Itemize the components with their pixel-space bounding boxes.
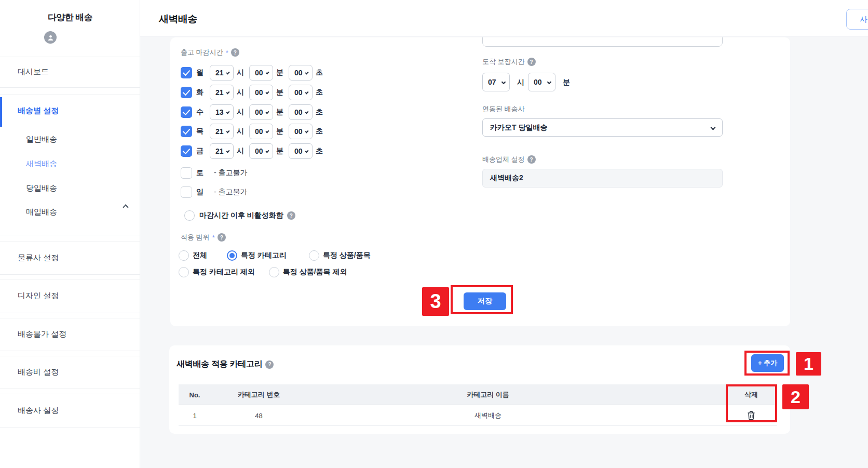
chevron-down-icon	[265, 149, 269, 153]
select-value: 21	[215, 127, 224, 136]
select-value: 카카오T 당일배송	[490, 123, 547, 132]
second-select[interactable]: 00	[289, 104, 313, 120]
section-title-text: 새벽배송 적용 카테고리	[177, 359, 262, 370]
divider	[0, 235, 140, 235]
select-value: 00	[255, 69, 263, 77]
second-select[interactable]: 00	[289, 65, 313, 81]
hour-suffix: 시	[237, 68, 244, 77]
scope-radio[interactable]	[227, 250, 237, 261]
day-checkbox-목[interactable]	[181, 126, 192, 137]
cell-category-number: 48	[211, 405, 307, 426]
help-icon[interactable]: ?	[218, 233, 226, 242]
hour-select[interactable]: 13	[210, 104, 234, 120]
minute-select[interactable]: 00	[249, 65, 273, 81]
help-icon[interactable]: ?	[527, 155, 536, 164]
sidebar-item-design[interactable]: 디자인 설정	[0, 279, 140, 313]
select-value: 21	[215, 69, 224, 77]
chevron-down-icon	[265, 129, 269, 133]
arrival-hour-select[interactable]: 07	[482, 73, 510, 91]
chevron-down-icon	[226, 149, 229, 153]
required-asterisk: *	[212, 234, 215, 242]
carrier-setting-input[interactable]: 새벽배송2	[482, 169, 723, 188]
help-icon[interactable]: ?	[287, 211, 295, 220]
day-label: 일	[196, 188, 209, 197]
deactivate-radio[interactable]	[184, 210, 195, 221]
label-text: 연동된 배송사	[482, 104, 525, 114]
select-value: 00	[534, 78, 542, 86]
minute-select[interactable]: 00	[249, 124, 273, 139]
linked-carrier-select[interactable]: 카카오T 당일배송	[482, 118, 723, 137]
scope-radio[interactable]	[269, 267, 279, 277]
minute-select[interactable]: 00	[249, 143, 273, 159]
second-select[interactable]: 00	[289, 124, 313, 139]
select-value: 00	[294, 127, 303, 136]
second-suffix: 초	[316, 108, 323, 117]
day-checkbox-일[interactable]	[181, 186, 192, 198]
sidebar-item-fee[interactable]: 배송비 설정	[0, 356, 140, 389]
help-icon[interactable]: ?	[265, 360, 274, 369]
second-select[interactable]: 00	[289, 85, 313, 100]
sidebar-item-dashboard[interactable]: 대시보드	[0, 57, 140, 87]
help-icon[interactable]: ?	[527, 58, 536, 66]
select-value: 00	[255, 147, 263, 155]
select-value: 00	[294, 88, 303, 97]
hour-select[interactable]: 21	[210, 65, 234, 81]
sidebar-subitem-1[interactable]: 일반배송	[26, 135, 57, 144]
day-checkbox-월[interactable]	[181, 67, 192, 78]
sidebar-item-delivery-settings[interactable]: 배송별 설정	[0, 95, 140, 126]
table-row: 148새벽배송	[179, 405, 777, 426]
divider	[0, 351, 140, 351]
sidebar-item-logistics[interactable]: 물류사 설정	[0, 242, 140, 274]
annotation-box-save	[451, 285, 513, 314]
day-checkbox-수[interactable]	[181, 106, 192, 118]
select-value: 07	[488, 78, 496, 86]
minute-suffix: 분	[276, 88, 283, 97]
second-select[interactable]: 00	[289, 143, 313, 159]
sidebar-subitem-4[interactable]: 매일배송	[26, 207, 57, 217]
scope-option-label: 전체	[193, 251, 207, 260]
label-text: 적용 범위	[181, 233, 210, 242]
hour-select[interactable]: 21	[210, 143, 234, 159]
scope-radio[interactable]	[179, 267, 189, 277]
second-suffix: 초	[316, 88, 323, 97]
minute-suffix: 분	[563, 78, 570, 87]
sidebar-subitem-3[interactable]: 당일배송	[26, 183, 57, 193]
page-title: 새벽배송	[159, 12, 197, 26]
use-button[interactable]: 사용	[846, 9, 868, 30]
chevron-down-icon	[265, 110, 269, 114]
minute-select[interactable]: 00	[249, 104, 273, 120]
app-root: 다양한 배송 대시보드 배송별 설정 일반배송새벽배송당일배송매일배송 물류사 …	[0, 0, 868, 468]
chevron-down-icon	[305, 90, 308, 94]
minute-suffix: 분	[276, 127, 283, 136]
chevron-down-icon	[547, 80, 551, 84]
divider	[0, 313, 140, 313]
hour-select[interactable]: 21	[210, 85, 234, 100]
user-avatar[interactable]	[44, 31, 57, 44]
chevron-down-icon	[265, 71, 269, 74]
day-checkbox-토[interactable]	[181, 167, 192, 179]
scope-radio[interactable]	[179, 250, 189, 261]
scope-radio[interactable]	[309, 250, 319, 261]
category-table-body: 148새벽배송	[179, 405, 777, 426]
deactivate-radio-label: 마감시간 이후 비활성화함	[199, 211, 283, 220]
help-icon[interactable]: ?	[231, 48, 239, 57]
chevron-down-icon	[226, 129, 229, 133]
arrival-minute-select[interactable]: 00	[528, 73, 555, 91]
select-value: 00	[255, 88, 263, 97]
scope-option-label: 특정 상품/품목 제외	[283, 268, 347, 277]
second-suffix: 초	[316, 146, 323, 156]
hour-select[interactable]: 21	[210, 124, 234, 139]
annotation-box-delete	[726, 384, 777, 422]
sidebar-item-carrier[interactable]: 배송사 설정	[0, 394, 140, 427]
minute-select[interactable]: 00	[249, 85, 273, 100]
sidebar-item-undeliverable[interactable]: 배송불가 설정	[0, 318, 140, 351]
linked-carrier-label: 연동된 배송사	[482, 104, 525, 114]
required-asterisk: *	[226, 49, 228, 57]
label-text: 도착 보장시간	[482, 57, 525, 66]
clipped-input[interactable]	[482, 37, 723, 47]
day-checkbox-금[interactable]	[181, 145, 192, 157]
sidebar-item-label: 배송불가 설정	[18, 329, 66, 339]
day-checkbox-화[interactable]	[181, 87, 192, 98]
sidebar-subitem-2[interactable]: 새벽배송	[26, 159, 57, 169]
day-label: 토	[196, 168, 209, 178]
